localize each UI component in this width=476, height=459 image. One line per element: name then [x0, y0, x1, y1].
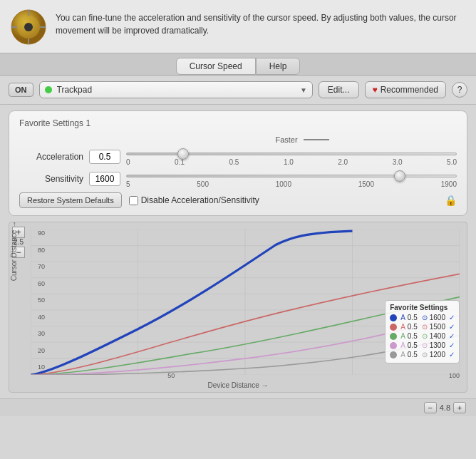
legend-sens-1: 1500 — [430, 323, 445, 331]
bottom-zoom-value: 4.8 — [440, 403, 450, 412]
settings-title: Favorite Settings 1 — [19, 118, 457, 128]
lock-icon: 🔒 — [445, 195, 457, 206]
sensitivity-track — [126, 175, 457, 177]
edit-button[interactable]: Edit... — [319, 81, 359, 98]
faster-label: Faster — [275, 135, 328, 144]
acceleration-thumb[interactable] — [177, 148, 189, 160]
sensitivity-label: Sensitivity — [19, 174, 83, 184]
tab-bar: Cursor Speed Help — [0, 53, 476, 76]
acceleration-row: Acceleration 00.10.51.02.03.05.0 — [19, 147, 457, 166]
disable-accel-checkbox[interactable] — [129, 196, 138, 205]
sensitivity-value-input[interactable] — [89, 172, 120, 186]
bottom-zoom-minus-button[interactable]: − — [424, 402, 437, 413]
legend-item-2: A 0.5 ⊙ 1400 ✓ — [390, 332, 455, 340]
settings-panel: Favorite Settings 1 Faster Acceleration … — [9, 110, 467, 216]
header-description: You can fine-tune the acceleration and s… — [56, 9, 466, 37]
svg-point-2 — [24, 23, 33, 31]
sensitivity-slider-container: 5500100015001900 — [126, 169, 457, 188]
sensitivity-thumb[interactable] — [394, 170, 405, 182]
sensitivity-ticks: 5500100015001900 — [126, 180, 457, 188]
disable-label: Disable Acceleration/Sensitivity — [141, 195, 259, 205]
legend-sens-2: 1400 — [430, 332, 445, 340]
legend-accel-3: 0.5 — [408, 341, 418, 349]
legend-title: Favorite Settings — [390, 304, 455, 311]
tab-cursor-speed[interactable]: Cursor Speed — [176, 58, 256, 75]
header: You can fine-tune the acceleration and s… — [0, 0, 476, 53]
acceleration-slider-container: 00.10.51.02.03.05.0 — [126, 147, 457, 166]
acceleration-ticks: 00.10.51.02.03.05.0 — [126, 158, 457, 166]
settings-bottom-row: Restore System Defaults Disable Accelera… — [19, 192, 457, 208]
disable-accel-checkbox-label[interactable]: Disable Acceleration/Sensitivity — [129, 195, 259, 205]
chart-area: + 2.5 − Cursor Distance → 90 80 70 60 50… — [9, 222, 467, 393]
y-axis-label: Cursor Distance → — [10, 222, 18, 281]
app-icon — [10, 9, 47, 46]
x-axis-ticks: 50 100 — [31, 372, 460, 379]
faster-label-row: Faster — [19, 135, 457, 144]
help-button[interactable]: ? — [452, 82, 467, 98]
acceleration-value-input[interactable] — [89, 150, 120, 164]
tab-help[interactable]: Help — [256, 58, 301, 75]
acceleration-label: Acceleration — [19, 152, 83, 162]
bottom-zoom-plus-button[interactable]: + — [453, 402, 466, 413]
legend-item-1: A 0.5 ⊙ 1500 ✓ — [390, 323, 455, 331]
recommended-label: Recommended — [381, 85, 438, 95]
heart-icon: ♥ — [373, 85, 378, 95]
device-selector-wrapper: Trackpad ▼ — [39, 81, 313, 98]
bottom-zoom-controls: − 4.8 + — [424, 402, 466, 413]
legend-accel-2: 0.5 — [408, 332, 418, 340]
controls-bar: ON Trackpad ▼ Edit... ♥ Recommended ? — [0, 76, 476, 105]
recommended-button[interactable]: ♥ Recommended — [365, 81, 447, 98]
legend-accel-4: 0.5 — [408, 351, 418, 359]
device-select[interactable]: Trackpad — [39, 81, 313, 98]
legend-sens-4: 1200 — [430, 351, 445, 359]
chart-legend: Favorite Settings A 0.5 ⊙ 1600 ✓ A 0.5 ⊙… — [385, 300, 460, 363]
restore-defaults-button[interactable]: Restore System Defaults — [19, 192, 122, 208]
legend-item-3: A 0.5 ⊙ 1300 ✓ — [390, 341, 455, 349]
bottom-bar: − 4.8 + — [0, 398, 476, 416]
legend-sens-3: 1300 — [430, 341, 445, 349]
on-button[interactable]: ON — [9, 83, 33, 97]
legend-accel-1: 0.5 — [408, 323, 418, 331]
sensitivity-row: Sensitivity 5500100015001900 — [19, 169, 457, 188]
legend-sens-0: 1600 — [430, 314, 445, 321]
legend-item-0: A 0.5 ⊙ 1600 ✓ — [390, 314, 455, 321]
legend-accel-0: 0.5 — [408, 314, 418, 321]
legend-item-4: A 0.5 ⊙ 1200 ✓ — [390, 351, 455, 359]
acceleration-track — [126, 153, 457, 155]
x-axis-label: Device Distance → — [207, 381, 268, 389]
